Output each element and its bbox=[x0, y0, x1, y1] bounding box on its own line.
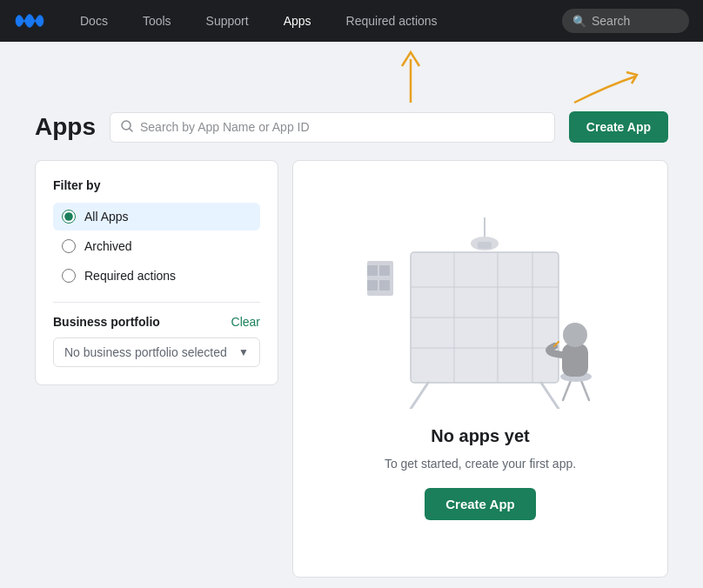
business-portfolio-label: Business portfolio bbox=[53, 315, 160, 329]
create-app-button[interactable]: Create App bbox=[569, 111, 668, 143]
apps-header: Apps Create App bbox=[35, 111, 668, 143]
filter-all-apps-radio[interactable] bbox=[62, 210, 76, 224]
search-apps-input[interactable] bbox=[140, 120, 544, 134]
nav-search-box[interactable]: 🔍 bbox=[562, 9, 689, 33]
main-content: Apps Create App Filter by All Apps Archi… bbox=[0, 111, 703, 588]
svg-line-11 bbox=[541, 383, 559, 409]
chevron-down-icon: ▼ bbox=[238, 346, 249, 358]
business-portfolio-header: Business portfolio Clear bbox=[53, 315, 260, 329]
annotation-arrows bbox=[0, 42, 703, 111]
search-icon bbox=[121, 120, 133, 135]
filter-all-apps-label: All Apps bbox=[84, 210, 129, 224]
main-panel: No apps yet To get started, create your … bbox=[292, 160, 668, 578]
svg-rect-23 bbox=[562, 344, 588, 377]
empty-state: No apps yet To get started, create your … bbox=[306, 183, 654, 555]
filter-by-label: Filter by bbox=[53, 178, 260, 192]
portfolio-dropdown[interactable]: No business portfolio selected ▼ bbox=[53, 337, 260, 367]
filter-archived-label: Archived bbox=[84, 239, 131, 253]
svg-line-10 bbox=[411, 383, 428, 409]
filter-panel: Filter by All Apps Archived Required act… bbox=[35, 160, 278, 385]
nav-tools[interactable]: Tools bbox=[136, 10, 178, 31]
filter-required-actions-radio[interactable] bbox=[62, 269, 76, 283]
navbar: Docs Tools Support Apps Required actions… bbox=[0, 0, 703, 42]
empty-illustration bbox=[341, 217, 619, 409]
meta-logo[interactable] bbox=[14, 13, 45, 29]
two-col-layout: Filter by All Apps Archived Required act… bbox=[35, 160, 668, 578]
svg-rect-16 bbox=[379, 280, 390, 291]
svg-point-24 bbox=[563, 323, 587, 347]
divider bbox=[53, 302, 260, 303]
nav-required-actions[interactable]: Required actions bbox=[339, 10, 445, 31]
annotation-layer bbox=[0, 42, 703, 111]
nav-apps[interactable]: Apps bbox=[277, 10, 318, 31]
filter-required-actions[interactable]: Required actions bbox=[53, 262, 260, 290]
svg-line-21 bbox=[580, 378, 589, 400]
svg-line-2 bbox=[130, 129, 132, 131]
nav-search-input[interactable] bbox=[592, 14, 679, 28]
svg-rect-15 bbox=[367, 280, 378, 291]
nav-docs[interactable]: Docs bbox=[73, 10, 115, 31]
svg-line-20 bbox=[563, 378, 572, 400]
empty-state-title: No apps yet bbox=[431, 426, 529, 446]
svg-rect-13 bbox=[367, 265, 378, 276]
svg-rect-19 bbox=[478, 242, 492, 249]
page-title: Apps bbox=[35, 113, 96, 141]
portfolio-dropdown-text: No business portfolio selected bbox=[64, 345, 227, 359]
clear-portfolio-link[interactable]: Clear bbox=[231, 315, 260, 329]
nav-support[interactable]: Support bbox=[199, 10, 256, 31]
svg-rect-14 bbox=[379, 265, 390, 276]
empty-state-subtitle: To get started, create your first app. bbox=[385, 457, 576, 471]
filter-all-apps[interactable]: All Apps bbox=[53, 203, 260, 231]
create-app-center-button[interactable]: Create App bbox=[425, 488, 535, 520]
search-apps-box[interactable] bbox=[110, 112, 555, 143]
filter-required-actions-label: Required actions bbox=[84, 269, 176, 283]
search-icon: 🔍 bbox=[572, 15, 586, 28]
filter-archived[interactable]: Archived bbox=[53, 232, 260, 260]
filter-archived-radio[interactable] bbox=[62, 239, 76, 253]
